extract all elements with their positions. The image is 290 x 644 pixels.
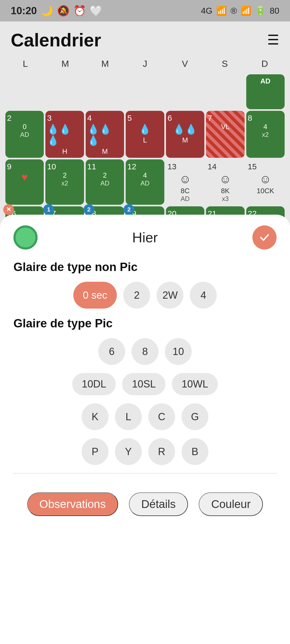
time: 10:20	[11, 5, 37, 17]
cell-7[interactable]: 7 VL	[206, 111, 244, 158]
cell-13[interactable]: 13 ☺ 8C AD	[166, 159, 204, 205]
cell-5[interactable]: 5 💧 L	[126, 111, 164, 158]
cell-14[interactable]: 14 ☺ 8K x3	[206, 159, 244, 205]
cell-3[interactable]: 3 💧💧💧 H	[45, 111, 84, 158]
section2-row3: K L C G	[13, 403, 277, 430]
dow-3: J	[125, 56, 165, 72]
option-c[interactable]: C	[148, 403, 175, 430]
moon-icon: 🌙	[41, 5, 53, 17]
signal2-icon: 📶	[241, 6, 251, 16]
cell-r0-4[interactable]	[166, 74, 204, 109]
dow-2: M	[85, 56, 125, 72]
cell-6[interactable]: 6 💧💧 M	[166, 111, 204, 158]
ad-label: AD	[260, 77, 271, 85]
r-icon: ®	[231, 6, 237, 16]
cell-15[interactable]: 15 ☺ 10CK	[246, 159, 285, 205]
sheet-header: Hier	[13, 225, 277, 250]
dow-6: D	[245, 56, 285, 72]
section2-title: Glaire de type Pic	[13, 317, 277, 330]
option-4[interactable]: 4	[190, 282, 217, 309]
alarm-icon: ⏰	[73, 5, 86, 17]
section2: Glaire de type Pic 6 8 10 10DL 10SL 10WL…	[13, 317, 277, 465]
cell-r0-0[interactable]	[5, 74, 44, 109]
section2-row4: P Y R B	[13, 438, 277, 465]
battery-label: 80	[270, 6, 279, 16]
option-y[interactable]: Y	[115, 438, 142, 465]
section2-row1: 6 8 10	[13, 338, 277, 365]
option-10[interactable]: 10	[165, 338, 192, 365]
cell-r0-2[interactable]	[86, 74, 124, 109]
option-2[interactable]: 2	[123, 282, 150, 309]
option-10wl[interactable]: 10WL	[172, 373, 218, 395]
tab-couleur[interactable]: Couleur	[199, 492, 263, 516]
dow-4: V	[165, 56, 205, 72]
section1-options: 0 sec 2 2W 4	[13, 282, 277, 309]
option-b[interactable]: B	[182, 438, 208, 465]
tab-observations[interactable]: Observations	[27, 492, 118, 516]
option-6[interactable]: 6	[98, 338, 125, 365]
cell-r0-1[interactable]	[45, 74, 84, 109]
option-r[interactable]: R	[148, 438, 175, 465]
cell-9[interactable]: 9 ♥	[5, 159, 44, 205]
option-10sl[interactable]: 10SL	[122, 373, 165, 395]
calendar-title: Calendrier	[11, 30, 101, 50]
confirm-button[interactable]	[252, 225, 277, 250]
mute-icon: 🔕	[57, 5, 70, 17]
cell-12[interactable]: 12 4 AD	[126, 159, 164, 205]
option-k[interactable]: K	[82, 403, 108, 430]
cell-r0-5[interactable]	[206, 74, 244, 109]
cell-8[interactable]: 8 4 x2	[246, 111, 285, 158]
signal-icon: 📶	[216, 6, 227, 16]
option-8[interactable]: 8	[132, 338, 158, 365]
option-2w[interactable]: 2W	[157, 282, 183, 309]
section1: Glaire de type non Pic 0 sec 2 2W 4	[13, 260, 277, 309]
dow-0: L	[5, 56, 45, 72]
heart-icon: 🤍	[90, 5, 102, 17]
cell-2[interactable]: 2 0 AD	[5, 111, 44, 158]
menu-icon[interactable]: ☰	[267, 32, 279, 48]
calendar-header: Calendrier ☰	[5, 30, 285, 56]
sheet-date: Hier	[132, 229, 158, 246]
badge-2b: 2	[124, 204, 134, 215]
status-right: 4G 📶 ® 📶 🔋 80	[201, 6, 279, 16]
section2-row2: 10DL 10SL 10WL	[13, 373, 277, 395]
cell-r0-6[interactable]: AD	[246, 74, 285, 109]
bottom-tabs: Observations Détails Couleur	[13, 484, 277, 521]
cell-r0-3[interactable]	[126, 74, 164, 109]
dow-1: M	[45, 56, 85, 72]
badge-2a: 2	[84, 204, 94, 215]
cell-4[interactable]: 4 💧💧💧 M	[86, 111, 124, 158]
section1-title: Glaire de type non Pic	[13, 260, 277, 274]
color-indicator	[13, 225, 38, 250]
status-bar: 10:20 🌙 🔕 ⏰ 🤍 4G 📶 ® 📶 🔋 80	[0, 0, 290, 21]
battery-icon: 🔋	[255, 6, 266, 16]
option-0sec[interactable]: 0 sec	[73, 282, 117, 309]
days-of-week: L M M J V S D	[5, 56, 285, 72]
network-label: 4G	[201, 6, 212, 16]
option-g[interactable]: G	[182, 403, 208, 430]
option-10dl[interactable]: 10DL	[72, 373, 116, 395]
tab-details[interactable]: Détails	[129, 492, 188, 516]
badge-x: ✕	[3, 204, 14, 215]
status-left: 10:20 🌙 🔕 ⏰ 🤍	[11, 5, 102, 17]
cell-11[interactable]: 11 2 AD	[86, 159, 124, 205]
cell-10[interactable]: 10 2 x2	[45, 159, 84, 205]
dow-5: S	[205, 56, 245, 72]
bottom-sheet: Hier Glaire de type non Pic 0 sec 2 2W 4…	[0, 215, 290, 644]
tab-divider	[13, 473, 277, 474]
option-p[interactable]: P	[82, 438, 108, 465]
option-l[interactable]: L	[115, 403, 142, 430]
